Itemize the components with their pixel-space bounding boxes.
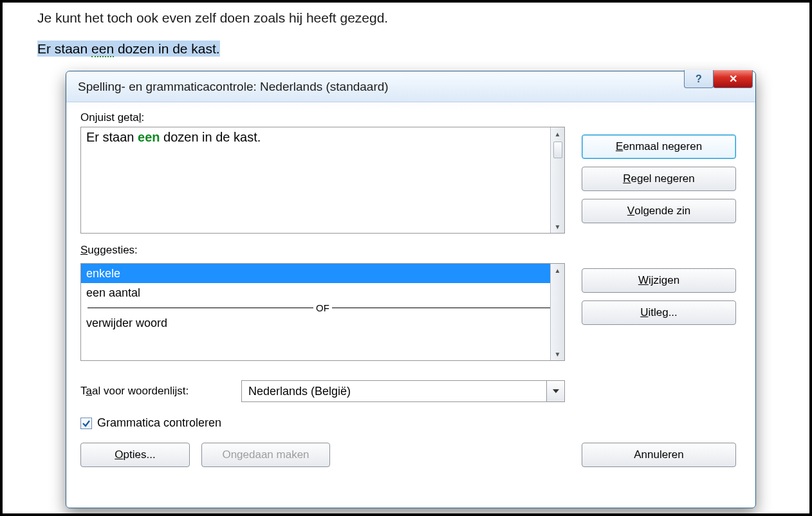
suggest-scrollbar[interactable]: ▲ ▼ [550, 264, 564, 360]
cancel-button[interactable]: Annuleren [582, 443, 736, 467]
ignore-rule-button[interactable]: Regel negeren [582, 167, 736, 191]
document-area: Je kunt het toch ook even zelf doen zoal… [37, 10, 777, 57]
btn-accel: V [627, 205, 634, 217]
selection: Er staan een dozen in de kast. [37, 41, 220, 57]
btn-text: Annuleren [634, 448, 684, 461]
change-button[interactable]: Wijzigen [582, 268, 736, 293]
suggestions-listbox[interactable]: enkele een aantal OF verwijder woord ▲ ▼ [80, 263, 565, 361]
close-button[interactable]: ✕ [713, 70, 753, 88]
explain-button[interactable]: Uitleg... [582, 300, 736, 325]
grammar-check-label: Grammatica controleren [97, 416, 221, 430]
rule-left [88, 308, 313, 308]
dropdown-button[interactable] [546, 381, 564, 401]
suggest-label-post: uggesties: [88, 244, 138, 256]
error-label-pre: Onjuist geta [80, 111, 139, 124]
error-text-pre: Er staan [86, 130, 138, 144]
help-icon: ? [696, 73, 702, 85]
chevron-down-icon [553, 389, 559, 393]
suggestion-item[interactable]: verwijder woord [81, 313, 564, 333]
spellcheck-dialog: Spelling- en grammaticacontrole: Nederla… [66, 71, 756, 508]
error-label: Onjuist getal: [80, 111, 565, 124]
lang-label-pre: T [80, 385, 86, 397]
suggestion-separator: OF [81, 302, 564, 313]
document-line-2: Er staan een dozen in de kast. [37, 41, 777, 57]
lang-label-accel: a [86, 385, 92, 397]
suggestion-item[interactable]: enkele [81, 264, 564, 283]
btn-text: egel negeren [631, 172, 695, 185]
undo-button: Ongedaan maken [201, 443, 330, 467]
document-line-1: Je kunt het toch ook even zelf doen zoal… [37, 10, 777, 26]
scroll-up-icon[interactable]: ▲ [551, 264, 564, 277]
scroll-up-wrap: ▲ [553, 127, 562, 158]
spacer [582, 231, 741, 261]
error-scrollbar[interactable]: ▲ ▼ [550, 127, 564, 233]
scroll-down-icon[interactable]: ▼ [551, 347, 564, 360]
dialog-body: Onjuist getal: Er staan een dozen in de … [66, 102, 755, 476]
grammar-checkbox[interactable] [80, 418, 92, 429]
check-label-accel: c [163, 416, 169, 429]
page: Je kunt het toch ook even zelf doen zoal… [0, 0, 812, 516]
btn-accel: O [115, 448, 123, 461]
check-label-pre: Grammatica [97, 416, 163, 429]
btn-text: enmaal negeren [623, 140, 702, 153]
error-label-post: : [142, 111, 145, 124]
lang-label-post: al voor woordenlijst: [92, 385, 189, 397]
left-column: Onjuist getal: Er staan een dozen in de … [80, 111, 565, 467]
btn-accel: E [616, 140, 623, 153]
rule-right [332, 308, 558, 308]
btn-accel: R [623, 172, 631, 185]
window-buttons: ? ✕ [685, 70, 753, 88]
check-icon [82, 419, 91, 428]
error-content: Er staan een dozen in de kast. [81, 127, 564, 147]
scroll-up-icon[interactable]: ▲ [553, 127, 562, 140]
btn-text: olgende zin [634, 205, 690, 217]
btn-accel: W [638, 274, 649, 287]
language-row: Taal voor woordenlijst: Nederlands (Belg… [80, 380, 565, 402]
right-column: Eenmaal negeren Regel negeren Volgende z… [582, 111, 741, 467]
bottom-button-row: Opties... Ongedaan maken [80, 443, 565, 467]
btn-text: ijzigen [649, 274, 679, 287]
help-button[interactable]: ? [684, 70, 714, 88]
scroll-thumb[interactable] [553, 142, 562, 158]
suggestion-item[interactable]: een aantal [81, 283, 564, 302]
ignore-once-button[interactable]: Eenmaal negeren [582, 134, 736, 159]
language-value: Nederlands (België) [248, 385, 351, 398]
line2-post: dozen in de kast. [114, 41, 220, 56]
options-button[interactable]: Opties... [80, 443, 190, 467]
check-label-post: ontroleren [169, 416, 221, 429]
btn-text: itleg... [648, 306, 677, 319]
language-combobox[interactable]: Nederlands (België) [241, 380, 565, 402]
spacer [582, 111, 741, 127]
line2-pre: Er staan [37, 41, 91, 56]
next-sentence-button[interactable]: Volgende zin [582, 199, 736, 223]
error-textbox[interactable]: Er staan een dozen in de kast. ▲ ▼ [80, 127, 565, 234]
grammar-check-row[interactable]: Grammatica controleren [80, 416, 565, 430]
suggest-label: Suggesties: [80, 244, 565, 257]
close-icon: ✕ [729, 73, 737, 85]
btn-text: Ongedaan maken [222, 448, 309, 461]
btn-accel: U [640, 306, 648, 319]
dialog-titlebar[interactable]: Spelling- en grammaticacontrole: Nederla… [66, 71, 755, 102]
suggest-label-accel: S [80, 244, 88, 256]
scroll-down-icon[interactable]: ▼ [551, 220, 564, 233]
dialog-title: Spelling- en grammaticacontrole: Nederla… [78, 80, 389, 94]
btn-text: pties... [124, 448, 156, 461]
error-text-highlight: een [138, 130, 160, 144]
language-label: Taal voor woordenlijst: [80, 385, 239, 398]
error-text-post: dozen in de kast. [160, 130, 261, 144]
grammar-error-word: een [91, 41, 114, 57]
spacer [582, 333, 741, 435]
or-text: OF [313, 302, 332, 313]
